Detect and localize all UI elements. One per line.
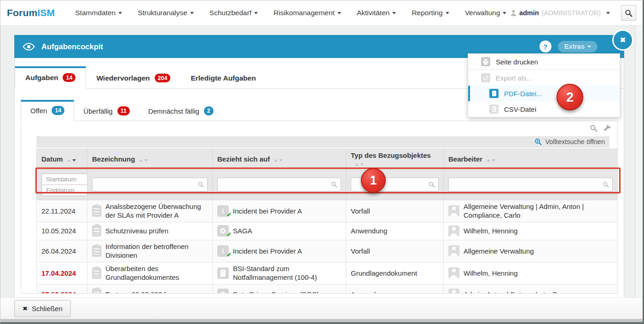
task-reference[interactable]: BSI-Standard zum Notfallmanagement (100-… bbox=[233, 264, 341, 282]
annotation-step-2: 2 bbox=[557, 84, 583, 110]
close-icon: ✖ bbox=[23, 305, 28, 312]
task-table: Datum Bezeichnung Bezieht sich auf Typ d… bbox=[36, 149, 618, 294]
bearbeiter-filter-input[interactable] bbox=[448, 178, 613, 191]
dialog-title: Aufgabencockpit bbox=[41, 42, 103, 51]
search-icon bbox=[625, 9, 632, 17]
column-header-bearbeiter[interactable]: Bearbeiter bbox=[444, 149, 618, 169]
table-row[interactable]: 26.04.2024 Information der betroffenen D… bbox=[37, 240, 618, 262]
task-reference[interactable]: Incident bei Provider A bbox=[233, 247, 302, 256]
task-icon bbox=[92, 289, 101, 294]
search-icon[interactable] bbox=[590, 124, 598, 132]
menu-item-csv-datei[interactable]: CSV-Datei bbox=[468, 101, 620, 117]
column-header-bezieht-sich-auf[interactable]: Bezieht sich auf bbox=[213, 149, 346, 169]
table-row[interactable]: 27.03.2024 Test am 26.03.2024 Data Drive… bbox=[37, 284, 618, 294]
chevron-down-icon bbox=[446, 12, 449, 14]
task-type: Vorfall bbox=[351, 247, 370, 255]
enddatum-filter-input[interactable] bbox=[41, 185, 88, 196]
column-header-bezeichnung[interactable]: Bezeichnung bbox=[87, 149, 213, 169]
menu-schutzbedarf[interactable]: Schutzbedarf bbox=[209, 9, 258, 17]
subtab-demnaechst-faellig[interactable]: Demnächst fällig 2 bbox=[139, 100, 223, 121]
menu-stammdaten[interactable]: Stammdaten bbox=[75, 9, 122, 17]
search-icon bbox=[197, 181, 204, 188]
subtab-offen[interactable]: Offen 14 bbox=[21, 100, 74, 121]
user-menu[interactable]: admin (ADMINISTRATOR) bbox=[511, 9, 610, 17]
extras-button[interactable]: Extras bbox=[558, 41, 598, 52]
global-search-button[interactable] bbox=[621, 5, 636, 21]
app-logo[interactable]: ForumISM bbox=[7, 7, 55, 18]
task-title[interactable]: Analssbezogene Überwachung der SLAs mit … bbox=[105, 202, 208, 220]
chevron-down-icon bbox=[254, 12, 258, 14]
task-icon bbox=[92, 205, 101, 217]
task-title[interactable]: Information der betroffenen Divisionen bbox=[105, 242, 208, 260]
task-title[interactable]: Test am 26.03.2024 bbox=[105, 290, 166, 294]
close-icon: ✖ bbox=[620, 36, 626, 44]
task-assignees: Allgemeine Verwaltung | Admin, Anton | C… bbox=[464, 202, 613, 220]
app-window: ForumISM Stammdaten Strukturanalyse Schu… bbox=[0, 0, 644, 324]
table-tools bbox=[590, 124, 611, 132]
tab-wiedervorlagen[interactable]: Wiedervorlagen 204 bbox=[86, 67, 180, 89]
task-title[interactable]: Schutzniveau prüfen bbox=[105, 226, 168, 236]
person-icon bbox=[448, 205, 459, 216]
application-icon: ✔ bbox=[217, 225, 229, 237]
task-reference[interactable]: Incident bei Provider A bbox=[233, 207, 302, 216]
dialog-close-button[interactable]: ✖ bbox=[612, 29, 633, 51]
menu-aktivitaeten[interactable]: Aktivitäten bbox=[357, 9, 396, 17]
column-header-datum[interactable]: Datum bbox=[37, 149, 87, 169]
table-row[interactable]: 10.05.2024 Schutzniveau prüfen ✔SAGA Anw… bbox=[37, 222, 618, 240]
task-list-panel: Volltextsuche öffnen Datum Bezeichnung B… bbox=[21, 121, 618, 294]
subtab-ueberfaellig-badge: 11 bbox=[117, 106, 130, 115]
person-icon bbox=[448, 267, 459, 278]
scrollbar-track[interactable] bbox=[635, 26, 643, 319]
incident-icon: !✔ bbox=[217, 245, 229, 257]
sort-icons[interactable] bbox=[67, 159, 76, 162]
schliessen-button[interactable]: ✖ Schließen bbox=[14, 300, 71, 317]
menu-item-seite-drucken[interactable]: Seite drucken bbox=[468, 54, 620, 69]
sort-icons[interactable] bbox=[355, 163, 364, 166]
task-date: 26.04.2024 bbox=[41, 247, 76, 255]
menu-item-pdf-datei[interactable]: PDF-Datei... bbox=[468, 86, 620, 101]
check-icon: ✔ bbox=[226, 251, 232, 259]
menu-item-export-als: Export als... bbox=[468, 70, 620, 86]
bezieht-sich-auf-filter-input[interactable] bbox=[217, 178, 341, 191]
application-icon bbox=[217, 289, 229, 294]
wrench-icon[interactable] bbox=[603, 124, 611, 132]
search-icon bbox=[429, 181, 435, 188]
fulltext-search-toggle[interactable]: Volltextsuche öffnen bbox=[36, 136, 609, 148]
column-header-typ[interactable]: Typ des Bezugsobjektes bbox=[346, 149, 444, 169]
filter-cell-bezieht-sich-auf bbox=[213, 169, 346, 200]
table-row[interactable]: 17.04.2024 Überarbeiten des Grundlagendo… bbox=[37, 262, 618, 284]
help-button[interactable]: ? bbox=[540, 40, 551, 52]
person-icon bbox=[448, 245, 459, 256]
task-type: Anwendung bbox=[351, 290, 387, 294]
sort-icons[interactable] bbox=[487, 159, 495, 162]
tab-aufgaben-badge: 14 bbox=[63, 73, 75, 82]
user-name: admin bbox=[519, 9, 539, 17]
tab-erledigte-aufgaben[interactable]: Erledigte Aufgaben bbox=[180, 67, 266, 89]
menu-verwaltung[interactable]: Verwaltung bbox=[465, 9, 507, 17]
sort-icons[interactable] bbox=[139, 159, 148, 162]
incident-icon: !✔ bbox=[217, 205, 229, 217]
zoom-in-icon bbox=[534, 138, 542, 145]
tab-aufgaben[interactable]: Aufgaben 14 bbox=[15, 66, 86, 89]
task-reference[interactable]: Data Driven Services (DDS) bbox=[233, 290, 319, 294]
task-type: Vorfall bbox=[351, 207, 370, 215]
sort-icons[interactable] bbox=[274, 159, 283, 162]
task-reference[interactable]: SAGA bbox=[233, 226, 252, 236]
task-date-overdue: 27.03.2024 bbox=[41, 290, 76, 294]
task-title[interactable]: Überarbeiten des Grundlagendokumentes bbox=[105, 264, 208, 282]
csv-file-icon bbox=[489, 104, 499, 114]
table-row[interactable]: 22.11.2024 Analssbezogene Überwachung de… bbox=[37, 200, 618, 222]
startdatum-filter-input[interactable] bbox=[41, 174, 88, 185]
export-icon bbox=[481, 73, 490, 82]
menu-strukturanalyse[interactable]: Strukturanalyse bbox=[138, 9, 194, 17]
search-icon bbox=[603, 181, 609, 188]
menu-risikomanagement[interactable]: Risikomanagement bbox=[273, 9, 341, 17]
menu-reporting[interactable]: Reporting bbox=[412, 9, 449, 17]
subtab-ueberfaellig[interactable]: Überfällig 11 bbox=[74, 100, 139, 121]
task-assignees: Wilhelm, Henning bbox=[464, 226, 518, 236]
task-icon bbox=[92, 245, 101, 257]
task-type: Anwendung bbox=[351, 227, 387, 235]
page-content: Aufgabencockpit ? Extras ✖ Aufgaben 14 W… bbox=[0, 26, 643, 322]
bezeichnung-filter-input[interactable] bbox=[92, 178, 208, 191]
chevron-down-icon bbox=[587, 46, 591, 48]
